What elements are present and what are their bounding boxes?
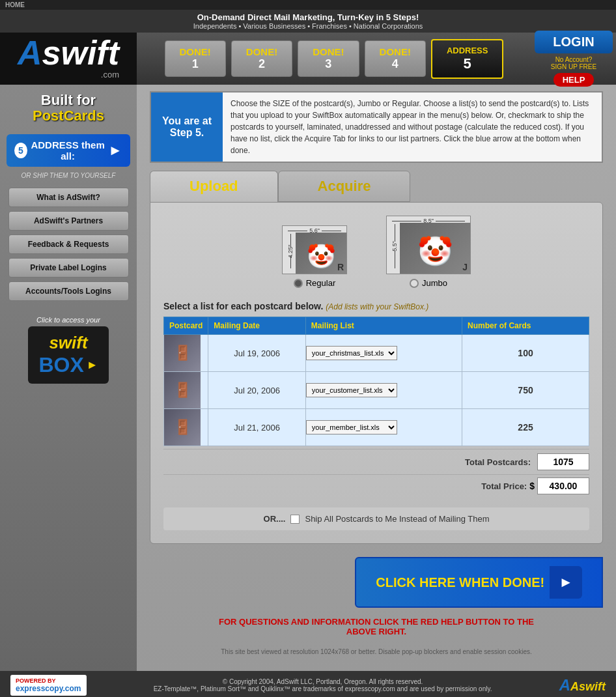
totals-section: Total Postcards: 1075 Total Price: $ 430… <box>163 449 589 497</box>
no-account-label: No Account? <box>555 56 593 63</box>
list-section: Select a list for each postcard below. (… <box>163 301 589 497</box>
date-cell-3: Jul 21, 2006 <box>208 409 305 446</box>
regular-postcard-image[interactable]: 5.6" 4.25" 🤡 <box>282 225 347 274</box>
step5-addr: ADDRESS <box>447 46 488 55</box>
sidebar-item-accounts[interactable]: Accounts/Tools Logins <box>8 281 129 301</box>
header-tagline: On-Demand Direct Mail Marketing, Turn-Ke… <box>0 10 616 33</box>
list-select-3[interactable]: your_member_list.xls <box>306 420 397 434</box>
size-options: 5.6" 4.25" 🤡 <box>163 216 589 288</box>
jumbo-height-dim: 5.5" <box>388 224 401 268</box>
jumbo-radio-label[interactable]: Jumbo <box>386 278 471 288</box>
jumbo-radio-button[interactable] <box>410 279 419 288</box>
subtag-text: Independents • Various Businesses • Fran… <box>3 22 613 30</box>
logo-a: A <box>18 34 42 72</box>
dollar-sign: $ <box>529 481 535 491</box>
jumbo-label-text: Jumbo <box>422 278 447 288</box>
postcard-thumb-cell-2: 🚪 <box>164 372 208 409</box>
header-logo-bar: Aswift .com DONE! 1 DONE! 2 DONE! 3 DONE… <box>0 33 616 85</box>
step1-num: 1 <box>180 57 211 71</box>
no-account-text: No Account? SIGN UP FREE <box>551 56 596 70</box>
footer-bottom: POWERED BY expresscopy.com © Copyright 2… <box>0 671 616 697</box>
num-cell-3: 225 <box>462 409 589 446</box>
address-step-button[interactable]: 5 ADDRESS them all: ► <box>7 134 130 167</box>
or-label-text: OR.... <box>264 514 286 524</box>
regular-height-dim: 4.25" <box>284 234 297 268</box>
help-msg2: ABOVE RIGHT. <box>159 627 594 636</box>
swiftbox-text: swift <box>38 333 98 353</box>
tab-upload[interactable]: Upload <box>150 171 278 202</box>
regular-size-card: 5.6" 4.25" 🤡 <box>282 225 347 288</box>
regular-height-label: 4.25" <box>286 244 295 258</box>
total-postcards-value: 1075 <box>537 453 589 470</box>
done-button-row: CLICK HERE WHEN DONE! ► <box>150 557 603 608</box>
swiftbox-area[interactable]: Click to access your swift BOX ► <box>28 316 108 384</box>
jumbo-badge: J <box>462 262 468 272</box>
postcards-label: PostCards <box>33 107 104 124</box>
step2-num: 2 <box>246 57 277 71</box>
done-btn-label: CLICK HERE WHEN DONE! <box>376 575 544 590</box>
ship-option: OR.... Ship All Postcards to Me Instead … <box>163 507 589 530</box>
logo-area: Aswift .com <box>0 33 137 85</box>
jumbo-postcard-art: 🤡 <box>400 223 470 274</box>
step-3-done: DONE! 3 <box>298 40 359 77</box>
instruction-box: You are at Step 5. Choose the SIZE of th… <box>150 91 603 163</box>
powered-by-area: POWERED BY expresscopy.com <box>10 675 87 696</box>
copyright-text: © Copyright 2004, AdSwift LLC, Portland,… <box>87 678 559 685</box>
footer-tech-note: This site best viewed at resolution 1024… <box>150 646 603 658</box>
login-button[interactable]: LOGIN <box>535 31 613 53</box>
num-cell-1: 100 <box>462 335 589 372</box>
postcard-thumb-3: 🚪 <box>164 409 201 446</box>
table-row: 🚪 Jul 19, 2006 your_christmas_list.xls 1… <box>164 335 589 372</box>
click-done-button[interactable]: CLICK HERE WHEN DONE! ► <box>355 557 603 608</box>
step-1-done: DONE! 1 <box>165 40 226 77</box>
total-price-value: 430.00 <box>537 477 589 494</box>
footer-help-text: FOR QUESTIONS AND INFORMATION CLICK THE … <box>150 608 603 646</box>
list-cell-3: your_member_list.xls <box>305 409 462 446</box>
content-area: You are at Step 5. Choose the SIZE of th… <box>137 85 616 671</box>
jumbo-postcard-image[interactable]: 8.5" 5.5" 🤡 J <box>386 216 471 274</box>
col-postcard: Postcard <box>164 317 208 335</box>
or-ship-text: OR SHIP THEM TO YOURSELF <box>21 172 116 179</box>
built-for-section: Built for PostCards <box>27 85 109 129</box>
regular-label-text: Regular <box>306 278 336 288</box>
built-for-label: Built for <box>41 92 96 108</box>
sidebar-item-what-is-adswift[interactable]: What is AdSwift? <box>8 188 129 207</box>
swiftbox-logo[interactable]: swift BOX ► <box>28 326 108 384</box>
step3-num: 3 <box>313 57 344 71</box>
done-arrow-icon[interactable]: ► <box>550 566 582 599</box>
add-hint-text: (Add lists with your SwiftBox.) <box>326 302 428 311</box>
step4-num: 4 <box>380 57 411 71</box>
postcard-thumb-cell-1: 🚪 <box>164 335 208 372</box>
table-row: 🚪 Jul 20, 2006 your_customer_list.xls 75… <box>164 372 589 409</box>
step-5-active: ADDRESS 5 <box>431 39 504 79</box>
box-text: BOX <box>38 353 83 377</box>
footer-logo-text: Aswift <box>570 680 606 693</box>
help-msg1: FOR QUESTIONS AND INFORMATION CLICK THE … <box>159 617 594 627</box>
help-button[interactable]: HELP <box>553 73 595 87</box>
ship-checkbox[interactable] <box>290 515 300 524</box>
mailing-table: Postcard Mailing Date Mailing List Numbe… <box>163 317 589 446</box>
sidebar-item-feedback[interactable]: Feedback & Requests <box>8 235 129 254</box>
postcard-thumb-cell-3: 🚪 <box>164 409 208 446</box>
sidebar-item-private-label[interactable]: Private Label Logins <box>8 258 129 277</box>
login-area: LOGIN No Account? SIGN UP FREE HELP <box>531 33 616 85</box>
tab-acquire[interactable]: Acquire <box>278 171 411 202</box>
trademark-text: EZ-Template™, Platinum Sort™ and Quiklin… <box>87 685 559 692</box>
postcard-thumb-2: 🚪 <box>164 372 201 408</box>
jumbo-height-label: 5.5" <box>390 241 399 251</box>
postcard-thumb-1: 🚪 <box>164 335 201 371</box>
date-cell-2: Jul 20, 2006 <box>208 372 305 409</box>
regular-badge: R <box>337 262 344 272</box>
ship-label-text: Ship All Postcards to Me Instead of Mail… <box>305 514 489 524</box>
list-select-2[interactable]: your_customer_list.xls <box>306 383 397 397</box>
you-are-at-label: You are at Step 5. <box>151 92 223 162</box>
sidebar-item-partners[interactable]: AdSwift's Partners <box>8 211 129 231</box>
regular-radio-label[interactable]: Regular <box>282 278 347 288</box>
home-text: HOME <box>5 1 25 8</box>
copyright-section: © Copyright 2004, AdSwift LLC, Portland,… <box>87 678 559 692</box>
regular-radio-button[interactable] <box>294 279 303 288</box>
col-num-cards: Number of Cards <box>462 317 589 335</box>
logo-swift: swift <box>42 34 119 72</box>
list-select-1[interactable]: your_christmas_list.xls <box>306 346 397 360</box>
total-postcards-row: Total Postcards: 1075 <box>163 449 589 474</box>
